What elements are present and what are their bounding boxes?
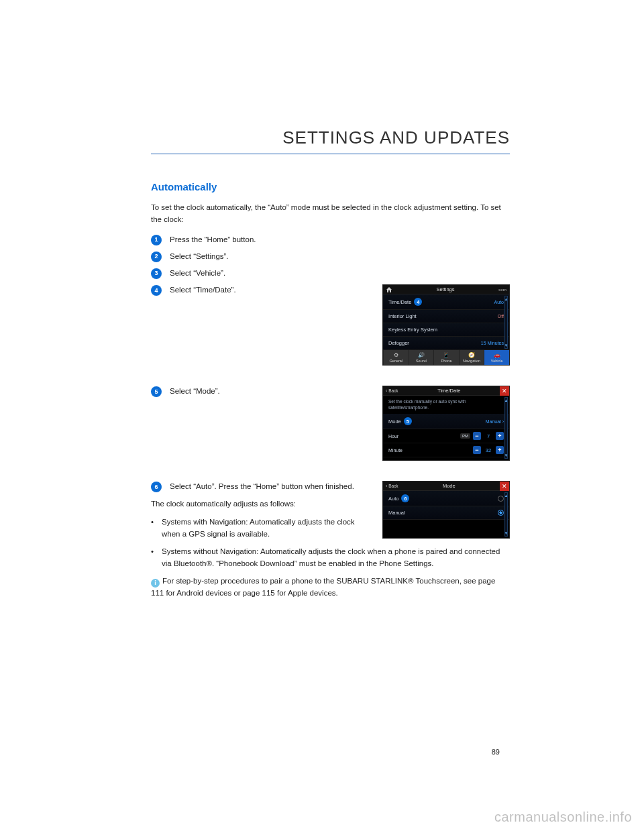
- row-auto: Auto6: [383, 491, 509, 506]
- step-badge-5: 5: [151, 386, 162, 397]
- screen4-title: Settings: [395, 286, 496, 292]
- row-minute-label: Minute: [388, 448, 470, 453]
- tab-sound: 🔊Sound: [409, 350, 434, 365]
- screen6-title: Mode: [401, 483, 497, 489]
- screenshot-mode: ‹ Back Mode ✕ Auto6 Manual ▲▼: [382, 481, 510, 539]
- row-mode-value: Manual ›: [486, 419, 504, 424]
- row-mode-label: Mode: [388, 419, 401, 425]
- screen5-desc: Set the clock manually or auto sync with…: [383, 396, 509, 414]
- row-time-date: Time/Date4 Auto: [383, 294, 509, 310]
- row-keyless: Keyless Entry System: [383, 323, 509, 337]
- scrollbar: ▲▼: [504, 296, 508, 349]
- scrollbar: ▲▼: [504, 397, 508, 459]
- bullet-2: Systems without Navigation: Automaticall…: [151, 546, 510, 570]
- row-manual-label: Manual: [388, 510, 405, 516]
- row-auto-label: Auto: [388, 496, 398, 502]
- step-badge-3: 3: [151, 268, 162, 279]
- step-1: 1 Press the “Home” button.: [151, 234, 510, 245]
- row-hour: Hour PM − 7 +: [383, 429, 509, 443]
- row-time-date-value: Auto: [494, 300, 504, 304]
- bullet-1: Systems with Navigation: Automatically a…: [151, 516, 369, 541]
- back-button: ‹ Back: [386, 388, 398, 393]
- step-2: 2 Select “Settings”.: [151, 251, 510, 262]
- row-interior-light: Interior Light Off: [383, 310, 509, 323]
- row-interior-light-value: Off: [498, 314, 504, 319]
- sxm-logo: sxm: [498, 288, 506, 292]
- hour-value: 7: [484, 433, 493, 439]
- step-text-2: Select “Settings”.: [170, 251, 229, 262]
- tab-navigation: 🧭Navigation: [459, 350, 484, 365]
- callout-marker-4: 4: [414, 298, 422, 306]
- row-defogger: Defogger 15 Minutes: [383, 337, 509, 350]
- scrollbar: ▲▼: [504, 492, 508, 537]
- minus-icon: −: [473, 432, 481, 440]
- row-mode: Mode5 Manual ›: [383, 414, 509, 429]
- callout-marker-5: 5: [404, 417, 412, 425]
- radio-unselected-icon: [498, 496, 504, 502]
- step-text-5: Select “Mode”.: [170, 386, 220, 397]
- info-note: iFor step-by-step procedures to pair a p…: [151, 575, 510, 600]
- step-3: 3 Select “Vehicle”.: [151, 268, 510, 279]
- step-text-4: Select “Time/Date”.: [170, 284, 236, 296]
- page-number: 89: [492, 748, 500, 756]
- close-icon: ✕: [500, 482, 509, 491]
- step-badge-2: 2: [151, 252, 162, 262]
- followup-text: The clock automatically adjusts as follo…: [151, 498, 369, 510]
- plus-icon: +: [496, 432, 504, 440]
- screenshot-settings: Settings sxm Time/Date4 Auto Interior Li…: [382, 284, 510, 366]
- tab-phone: 📱Phone: [433, 350, 459, 365]
- minute-value: 32: [484, 447, 493, 453]
- row-hour-label: Hour: [388, 434, 458, 439]
- row-minute: Minute − 32 +: [383, 443, 509, 457]
- callout-marker-6: 6: [401, 494, 409, 502]
- minus-icon: −: [473, 446, 481, 454]
- chapter-title: SETTINGS AND UPDATES: [151, 127, 510, 154]
- screenshot-time-date: ‹ Back Time/Date ✕ Set the clock manuall…: [382, 386, 510, 461]
- step-text-6: Select “Auto”. Press the “Home” button w…: [170, 481, 354, 492]
- plus-icon: +: [496, 446, 504, 454]
- step-6: 6 Select “Auto”. Press the “Home” button…: [151, 481, 369, 492]
- row-interior-light-label: Interior Light: [388, 313, 417, 319]
- info-icon: i: [151, 579, 160, 588]
- step-5: 5 Select “Mode”.: [151, 386, 369, 397]
- intro-text: To set the clock automatically, the “Aut…: [151, 202, 510, 226]
- step-4: 4 Select “Time/Date”.: [151, 284, 369, 296]
- settings-tabs: ⚙General 🔊Sound 📱Phone 🧭Navigation 🚗Vehi…: [383, 350, 509, 365]
- back-button: ‹ Back: [386, 484, 398, 488]
- step-badge-1: 1: [151, 235, 162, 245]
- section-title: Automatically: [151, 181, 510, 192]
- ampm-badge: PM: [460, 433, 470, 439]
- watermark: carmanualsonline.info: [494, 810, 632, 825]
- step-badge-6: 6: [151, 482, 162, 492]
- home-icon: [386, 286, 392, 293]
- row-keyless-label: Keyless Entry System: [388, 327, 437, 333]
- step-text-3: Select “Vehicle”.: [170, 268, 225, 279]
- tab-vehicle: 🚗Vehicle: [484, 350, 509, 365]
- step-text-1: Press the “Home” button.: [170, 234, 256, 245]
- row-manual: Manual: [383, 506, 509, 520]
- row-defogger-label: Defogger: [388, 340, 409, 346]
- row-defogger-value: 15 Minutes: [481, 341, 504, 345]
- screen5-title: Time/Date: [401, 388, 497, 394]
- tab-general: ⚙General: [383, 350, 409, 365]
- radio-selected-icon: [498, 510, 504, 516]
- step-badge-4: 4: [151, 285, 162, 296]
- row-time-date-label: Time/Date: [388, 299, 411, 305]
- close-icon: ✕: [500, 386, 509, 396]
